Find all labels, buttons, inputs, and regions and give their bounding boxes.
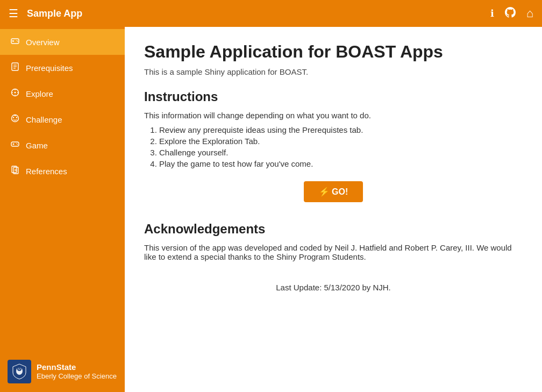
acknowledgements-heading: Acknowledgements bbox=[144, 222, 523, 237]
sidebar: Overview Prerequisites bbox=[0, 27, 125, 392]
footer-note: Last Update: 5/13/2020 by NJH. bbox=[144, 283, 523, 292]
svg-point-18 bbox=[16, 117, 17, 118]
svg-rect-3 bbox=[12, 41, 14, 41]
explore-icon bbox=[10, 88, 20, 99]
main-layout: Overview Prerequisites bbox=[0, 27, 542, 392]
list-item: Explore the Exploration Tab. bbox=[159, 137, 523, 146]
home-icon[interactable]: ⌂ bbox=[526, 6, 533, 20]
svg-point-4 bbox=[17, 40, 18, 41]
psu-logo bbox=[8, 360, 31, 383]
sidebar-footer: PennState Eberly College of Science bbox=[0, 353, 125, 392]
app-title: Sample App bbox=[27, 8, 82, 19]
go-button[interactable]: ⚡ GO! bbox=[304, 181, 363, 202]
sidebar-item-overview[interactable]: Overview bbox=[0, 29, 125, 55]
sidebar-footer-text: PennState Eberly College of Science bbox=[37, 362, 117, 381]
instructions-list: Review any prerequiste ideas using the P… bbox=[159, 125, 523, 168]
navbar-right: ℹ ⌂ bbox=[490, 6, 533, 20]
sidebar-item-game-label: Game bbox=[26, 141, 48, 150]
sidebar-item-challenge-label: Challenge bbox=[26, 115, 62, 124]
list-item: Review any prerequiste ideas using the P… bbox=[159, 125, 523, 134]
sidebar-item-prerequisites[interactable]: Prerequisites bbox=[0, 55, 125, 81]
sidebar-item-prerequisites-label: Prerequisites bbox=[26, 63, 73, 73]
references-icon bbox=[10, 166, 20, 176]
list-item: Play the game to test how far you've com… bbox=[159, 159, 523, 168]
sidebar-item-game[interactable]: Game bbox=[0, 132, 125, 158]
sidebar-item-challenge[interactable]: Challenge bbox=[0, 106, 125, 132]
sidebar-item-overview-label: Overview bbox=[26, 38, 60, 47]
instructions-intro: This information will change depending o… bbox=[144, 111, 523, 120]
page-subtitle: This is a sample Shiny application for B… bbox=[144, 67, 523, 76]
overview-icon bbox=[10, 37, 20, 47]
college-name: Eberly College of Science bbox=[37, 372, 117, 381]
svg-point-5 bbox=[17, 41, 18, 42]
challenge-icon bbox=[10, 114, 20, 125]
info-icon[interactable]: ℹ bbox=[490, 8, 494, 19]
sidebar-item-references-label: References bbox=[26, 167, 67, 176]
go-button-wrapper: ⚡ GO! bbox=[144, 181, 523, 202]
content-area: Sample Application for BOAST Apps This i… bbox=[125, 27, 542, 392]
game-icon bbox=[10, 140, 20, 151]
navbar: ☰ Sample App ℹ ⌂ bbox=[0, 0, 542, 27]
svg-point-24 bbox=[16, 143, 17, 144]
acknowledgements-text: This version of the app was developed an… bbox=[144, 243, 523, 261]
navbar-left: ☰ Sample App bbox=[9, 7, 82, 20]
page-title: Sample Application for BOAST Apps bbox=[144, 42, 523, 62]
hamburger-icon[interactable]: ☰ bbox=[9, 7, 18, 20]
instructions-heading: Instructions bbox=[144, 89, 523, 104]
svg-point-11 bbox=[15, 92, 16, 94]
list-item: Challenge yourself. bbox=[159, 148, 523, 157]
svg-point-17 bbox=[13, 117, 14, 118]
svg-point-32 bbox=[18, 368, 19, 369]
sidebar-item-explore[interactable]: Explore bbox=[0, 81, 125, 106]
sidebar-item-references[interactable]: References bbox=[0, 158, 125, 184]
university-name: PennState bbox=[37, 362, 117, 373]
svg-point-31 bbox=[17, 367, 22, 371]
svg-point-33 bbox=[20, 368, 21, 369]
github-icon[interactable] bbox=[505, 7, 516, 20]
sidebar-item-explore-label: Explore bbox=[26, 89, 53, 98]
sidebar-nav: Overview Prerequisites bbox=[0, 27, 125, 184]
prerequisites-icon bbox=[10, 62, 20, 73]
svg-point-25 bbox=[17, 144, 18, 145]
